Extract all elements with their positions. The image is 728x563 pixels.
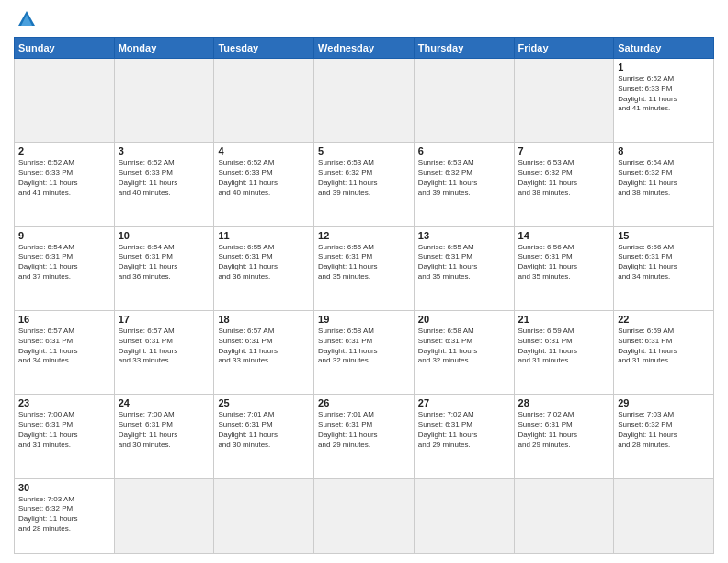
day-number: 11 (218, 230, 310, 241)
day-info: Sunrise: 6:56 AM Sunset: 6:31 PM Dayligh… (518, 243, 610, 282)
day-number: 19 (318, 314, 410, 325)
day-info: Sunrise: 6:52 AM Sunset: 6:33 PM Dayligh… (119, 158, 210, 198)
table-row: 24Sunrise: 7:00 AM Sunset: 6:31 PM Dayli… (114, 395, 214, 478)
table-row: 5Sunrise: 6:53 AM Sunset: 6:32 PM Daylig… (314, 143, 415, 226)
table-row: 9Sunrise: 6:54 AM Sunset: 6:31 PM Daylig… (15, 226, 115, 310)
calendar-row: 2Sunrise: 6:52 AM Sunset: 6:33 PM Daylig… (15, 143, 714, 226)
header (14, 9, 714, 29)
header-sunday: Sunday (15, 38, 115, 59)
table-row: 23Sunrise: 7:00 AM Sunset: 6:31 PM Dayli… (15, 395, 115, 478)
day-number: 9 (18, 230, 110, 241)
day-info: Sunrise: 6:55 AM Sunset: 6:31 PM Dayligh… (318, 243, 410, 282)
table-row (214, 478, 314, 553)
day-number: 17 (119, 314, 210, 325)
table-row: 30Sunrise: 7:03 AM Sunset: 6:32 PM Dayli… (15, 478, 115, 553)
day-info: Sunrise: 6:53 AM Sunset: 6:32 PM Dayligh… (518, 158, 610, 198)
day-info: Sunrise: 7:01 AM Sunset: 6:31 PM Dayligh… (318, 410, 410, 450)
table-row: 1Sunrise: 6:52 AM Sunset: 6:33 PM Daylig… (614, 59, 714, 143)
table-row: 21Sunrise: 6:59 AM Sunset: 6:31 PM Dayli… (514, 310, 614, 394)
day-info: Sunrise: 6:58 AM Sunset: 6:31 PM Dayligh… (318, 327, 410, 366)
table-row: 2Sunrise: 6:52 AM Sunset: 6:33 PM Daylig… (15, 143, 115, 226)
day-number: 21 (518, 314, 610, 325)
day-info: Sunrise: 6:53 AM Sunset: 6:32 PM Dayligh… (418, 158, 510, 198)
header-wednesday: Wednesday (314, 38, 415, 59)
day-info: Sunrise: 6:54 AM Sunset: 6:31 PM Dayligh… (119, 243, 210, 282)
table-row: 18Sunrise: 6:57 AM Sunset: 6:31 PM Dayli… (214, 310, 314, 394)
table-row: 10Sunrise: 6:54 AM Sunset: 6:31 PM Dayli… (114, 226, 214, 310)
day-info: Sunrise: 7:03 AM Sunset: 6:32 PM Dayligh… (618, 410, 710, 450)
table-row: 28Sunrise: 7:02 AM Sunset: 6:31 PM Dayli… (514, 395, 614, 478)
table-row (114, 478, 214, 553)
table-row: 11Sunrise: 6:55 AM Sunset: 6:31 PM Dayli… (214, 226, 314, 310)
day-number: 22 (618, 314, 710, 325)
logo-text (14, 9, 37, 29)
day-number: 10 (119, 230, 210, 241)
table-row: 27Sunrise: 7:02 AM Sunset: 6:31 PM Dayli… (414, 395, 514, 478)
day-number: 28 (518, 397, 610, 408)
table-row (114, 59, 214, 143)
table-row (314, 478, 415, 553)
table-row: 15Sunrise: 6:56 AM Sunset: 6:31 PM Dayli… (614, 226, 714, 310)
table-row: 26Sunrise: 7:01 AM Sunset: 6:31 PM Dayli… (314, 395, 415, 478)
calendar-row: 9Sunrise: 6:54 AM Sunset: 6:31 PM Daylig… (15, 226, 714, 310)
day-info: Sunrise: 7:00 AM Sunset: 6:31 PM Dayligh… (18, 410, 110, 450)
day-number: 7 (518, 145, 610, 156)
day-number: 25 (218, 397, 310, 408)
table-row (514, 478, 614, 553)
calendar-row: 1Sunrise: 6:52 AM Sunset: 6:33 PM Daylig… (15, 59, 714, 143)
day-info: Sunrise: 6:52 AM Sunset: 6:33 PM Dayligh… (618, 75, 710, 114)
table-row (214, 59, 314, 143)
page: Sunday Monday Tuesday Wednesday Thursday… (0, 0, 728, 563)
day-info: Sunrise: 6:53 AM Sunset: 6:32 PM Dayligh… (318, 158, 410, 198)
day-number: 16 (18, 314, 110, 325)
day-info: Sunrise: 6:58 AM Sunset: 6:31 PM Dayligh… (418, 327, 510, 366)
header-thursday: Thursday (414, 38, 514, 59)
table-row: 20Sunrise: 6:58 AM Sunset: 6:31 PM Dayli… (414, 310, 514, 394)
day-info: Sunrise: 6:52 AM Sunset: 6:33 PM Dayligh… (218, 158, 310, 198)
day-info: Sunrise: 6:55 AM Sunset: 6:31 PM Dayligh… (218, 243, 310, 282)
calendar-row: 16Sunrise: 6:57 AM Sunset: 6:31 PM Dayli… (15, 310, 714, 394)
header-saturday: Saturday (614, 38, 714, 59)
table-row: 22Sunrise: 6:59 AM Sunset: 6:31 PM Dayli… (614, 310, 714, 394)
header-monday: Monday (114, 38, 214, 59)
day-number: 20 (418, 314, 510, 325)
day-number: 4 (218, 145, 310, 156)
table-row: 6Sunrise: 6:53 AM Sunset: 6:32 PM Daylig… (414, 143, 514, 226)
table-row: 14Sunrise: 6:56 AM Sunset: 6:31 PM Dayli… (514, 226, 614, 310)
day-number: 3 (119, 145, 210, 156)
day-info: Sunrise: 6:54 AM Sunset: 6:32 PM Dayligh… (618, 158, 710, 198)
day-number: 14 (518, 230, 610, 241)
day-info: Sunrise: 7:00 AM Sunset: 6:31 PM Dayligh… (119, 410, 210, 450)
calendar-table: Sunday Monday Tuesday Wednesday Thursday… (14, 37, 714, 554)
table-row: 7Sunrise: 6:53 AM Sunset: 6:32 PM Daylig… (514, 143, 614, 226)
table-row (414, 59, 514, 143)
table-row: 25Sunrise: 7:01 AM Sunset: 6:31 PM Dayli… (214, 395, 314, 478)
logo-icon (17, 9, 37, 29)
day-number: 8 (618, 145, 710, 156)
table-row: 16Sunrise: 6:57 AM Sunset: 6:31 PM Dayli… (15, 310, 115, 394)
day-number: 18 (218, 314, 310, 325)
day-number: 27 (418, 397, 510, 408)
day-info: Sunrise: 7:02 AM Sunset: 6:31 PM Dayligh… (518, 410, 610, 450)
table-row (614, 478, 714, 553)
weekday-header-row: Sunday Monday Tuesday Wednesday Thursday… (15, 38, 714, 59)
day-number: 13 (418, 230, 510, 241)
day-number: 23 (18, 397, 110, 408)
table-row: 3Sunrise: 6:52 AM Sunset: 6:33 PM Daylig… (114, 143, 214, 226)
table-row: 29Sunrise: 7:03 AM Sunset: 6:32 PM Dayli… (614, 395, 714, 478)
table-row (15, 59, 115, 143)
table-row: 8Sunrise: 6:54 AM Sunset: 6:32 PM Daylig… (614, 143, 714, 226)
table-row: 19Sunrise: 6:58 AM Sunset: 6:31 PM Dayli… (314, 310, 415, 394)
day-info: Sunrise: 6:52 AM Sunset: 6:33 PM Dayligh… (18, 158, 110, 198)
day-info: Sunrise: 7:01 AM Sunset: 6:31 PM Dayligh… (218, 410, 310, 450)
day-info: Sunrise: 6:59 AM Sunset: 6:31 PM Dayligh… (518, 327, 610, 366)
day-info: Sunrise: 6:59 AM Sunset: 6:31 PM Dayligh… (618, 327, 710, 366)
day-info: Sunrise: 6:56 AM Sunset: 6:31 PM Dayligh… (618, 243, 710, 282)
day-number: 1 (618, 62, 710, 73)
day-number: 29 (618, 397, 710, 408)
calendar-row: 23Sunrise: 7:00 AM Sunset: 6:31 PM Dayli… (15, 395, 714, 478)
day-info: Sunrise: 7:02 AM Sunset: 6:31 PM Dayligh… (418, 410, 510, 450)
day-number: 30 (18, 482, 110, 493)
day-info: Sunrise: 6:55 AM Sunset: 6:31 PM Dayligh… (418, 243, 510, 282)
table-row: 4Sunrise: 6:52 AM Sunset: 6:33 PM Daylig… (214, 143, 314, 226)
